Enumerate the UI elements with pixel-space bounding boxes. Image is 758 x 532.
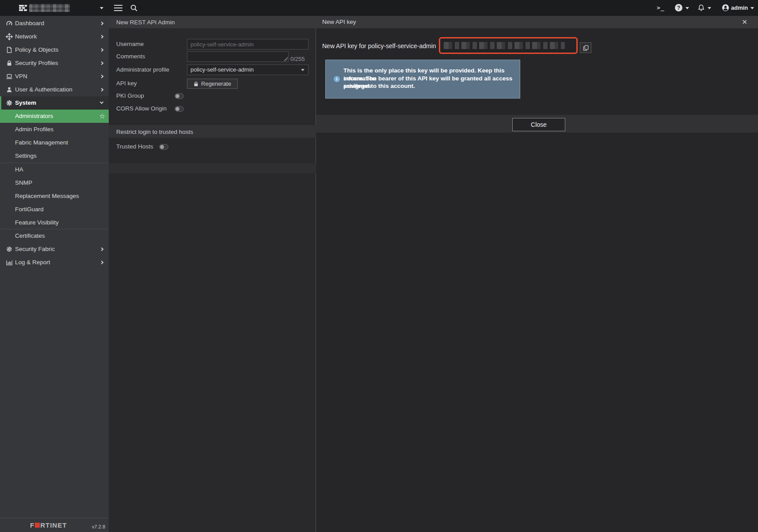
cors-allow-origin-label: CORS Allow Origin	[116, 105, 167, 112]
cors-allow-origin-toggle[interactable]	[175, 106, 184, 112]
dialog-header: New API key ✕	[316, 16, 758, 28]
fabric-globe-icon	[6, 246, 13, 253]
resize-grip-icon[interactable]	[284, 57, 288, 61]
chevron-right-icon	[100, 35, 103, 38]
comments-textarea[interactable]	[187, 51, 289, 62]
bar-chart-icon	[6, 259, 13, 266]
comments-char-counter: 0/255	[290, 56, 305, 62]
cli-console-icon[interactable]: >_	[657, 4, 665, 11]
info-message-box: i This is the only place this key will b…	[325, 60, 520, 99]
chevron-right-icon	[100, 61, 103, 65]
select-caret-icon	[301, 69, 305, 71]
form-footer-strip	[109, 163, 316, 173]
small-lock-icon	[194, 81, 198, 87]
chevron-down-icon	[100, 100, 103, 104]
trusted-hosts-section-header: Restrict login to trusted hosts	[109, 125, 316, 138]
sidebar-footer-divider	[0, 518, 109, 518]
gauge-icon	[6, 20, 13, 27]
padlock-icon	[6, 60, 13, 67]
copy-icon	[583, 45, 589, 51]
top-bar: >_ ? admin	[0, 0, 758, 16]
sidebar-item-security-profiles[interactable]: Security Profiles	[0, 57, 109, 70]
sidebar-item-policy-objects[interactable]: Policy & Objects	[0, 43, 109, 57]
sidebar-item-network[interactable]: Network	[0, 30, 109, 43]
notifications-caret-icon[interactable]	[708, 7, 711, 9]
sidebar-item-feature-visibility[interactable]: Feature Visibility	[0, 216, 109, 229]
help-caret-icon[interactable]	[686, 7, 689, 9]
sidebar-item-security-fabric[interactable]: Security Fabric	[0, 243, 109, 256]
chevron-right-icon	[100, 48, 103, 52]
api-key-field[interactable]	[439, 37, 578, 54]
sidebar-item-user-authentication[interactable]: User & Authentication	[0, 83, 109, 96]
api-key-label: API key	[116, 80, 137, 87]
trusted-hosts-label: Trusted Hosts	[116, 143, 153, 150]
gear-icon	[6, 99, 13, 106]
sidebar-item-vpn[interactable]: VPN	[0, 70, 109, 83]
sidebar-item-settings[interactable]: Settings	[0, 149, 109, 163]
dialog-title: New API key	[322, 19, 356, 25]
info-icon: i	[334, 76, 340, 82]
pki-group-label: PKI Group	[116, 92, 144, 99]
person-icon	[6, 86, 13, 93]
logged-in-user-label[interactable]: admin	[731, 4, 748, 11]
sidebar-item-admin-profiles[interactable]: Admin Profiles	[0, 123, 109, 136]
sidebar-item-snmp[interactable]: SNMP	[0, 176, 109, 190]
new-rest-api-admin-panel: New REST API Admin Username Comments 0/2…	[109, 16, 316, 532]
sidebar-item-log-report[interactable]: Log & Report	[0, 256, 109, 269]
form-panel-header: New REST API Admin	[109, 16, 316, 28]
sidebar-item-dashboard[interactable]: Dashboard	[0, 17, 109, 30]
user-menu-caret-icon[interactable]	[750, 7, 754, 9]
chevron-right-icon	[100, 88, 103, 91]
new-api-key-dialog: New API key ✕ New API key for policy-sel…	[316, 16, 758, 532]
administrator-profile-label: Administrator profile	[116, 66, 169, 73]
sidebar-item-fortiguard[interactable]: FortiGuard	[0, 203, 109, 216]
sidebar-item-certificates[interactable]: Certificates	[0, 229, 109, 243]
favorite-star-icon[interactable]: ☆	[99, 110, 105, 123]
chevron-right-icon	[100, 75, 103, 78]
sidebar-item-ha[interactable]: HA	[0, 163, 109, 176]
new-api-key-label: New API key for policy-self-service-admi…	[322, 40, 436, 52]
laptop-icon	[6, 73, 13, 80]
trusted-hosts-section-title: Restrict login to trusted hosts	[116, 129, 193, 135]
comments-label: Comments	[116, 53, 145, 60]
sidebar-item-replacement-messages[interactable]: Replacement Messages	[0, 190, 109, 203]
help-icon[interactable]: ?	[675, 4, 682, 11]
pki-group-toggle[interactable]	[175, 93, 184, 99]
move-arrows-icon	[6, 33, 13, 40]
chevron-right-icon	[100, 247, 103, 251]
close-button[interactable]: Close	[512, 118, 565, 131]
chevron-right-icon	[100, 261, 103, 264]
sidebar-nav: Dashboard Network Policy & Objects	[0, 16, 109, 532]
fortinet-brand-logo: FRTINET	[30, 521, 67, 529]
fortinet-o-dots	[35, 523, 40, 528]
chevron-right-icon	[100, 22, 103, 25]
menu-collapse-icon[interactable]	[114, 5, 122, 11]
user-avatar-icon[interactable]	[722, 4, 729, 11]
username-input[interactable]	[187, 39, 309, 49]
form-panel-title: New REST API Admin	[116, 19, 175, 26]
document-icon	[6, 46, 13, 53]
sidebar-item-administrators[interactable]: Administrators ☆	[0, 110, 109, 123]
sidebar-item-system[interactable]: System	[0, 96, 109, 110]
close-icon[interactable]: ✕	[742, 16, 747, 28]
copy-button[interactable]	[580, 42, 591, 53]
device-menu-caret-icon[interactable]	[100, 7, 103, 9]
username-label: Username	[116, 41, 144, 47]
fortigate-logo-icon	[19, 4, 27, 12]
device-name-redacted	[29, 4, 70, 12]
api-key-redacted-value	[444, 42, 565, 49]
search-icon[interactable]	[130, 4, 138, 12]
administrator-profile-select[interactable]: policy-self-service-admin	[187, 65, 309, 75]
notifications-bell-icon[interactable]	[697, 4, 705, 11]
regenerate-button[interactable]: Regenerate	[187, 79, 238, 89]
sidebar-item-fabric-management[interactable]: Fabric Management	[0, 136, 109, 149]
trusted-hosts-toggle[interactable]	[159, 144, 168, 150]
firmware-version-label: v7.2.8	[92, 524, 105, 529]
info-text-line3: assigned to this account.	[343, 82, 517, 90]
